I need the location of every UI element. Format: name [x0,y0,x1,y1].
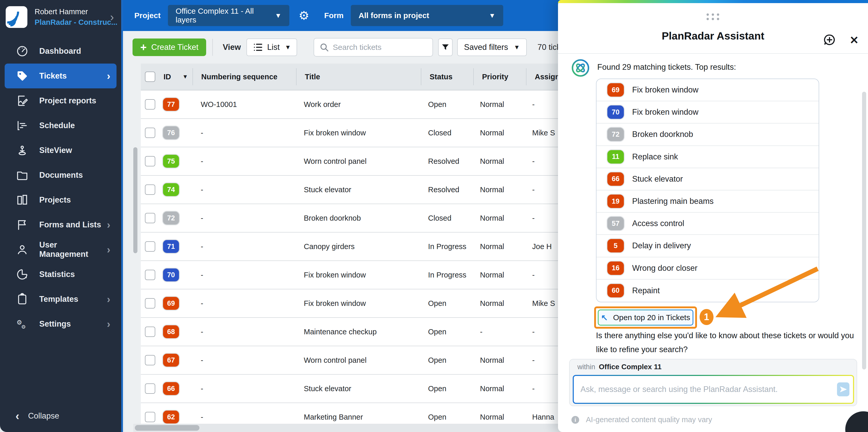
sidebar-item-schedule[interactable]: Schedule › [5,113,117,138]
row-checkbox[interactable] [145,327,155,337]
send-button[interactable] [837,382,849,396]
form-select[interactable]: All forms in project ▼ [351,5,503,26]
sidebar-item-project-reports[interactable]: Project reports › [5,88,117,113]
sidebar-item-label: Forms and Lists [39,220,101,229]
ticket-id-badge: 70 [163,269,179,281]
row-checkbox[interactable] [145,298,155,308]
planradar-logo [6,6,27,28]
row-checkbox[interactable] [145,241,155,252]
within-project-value: Office Complex 11 [599,363,661,371]
cell-status: In Progress [420,271,472,279]
assistant-prompt-input[interactable] [574,385,837,394]
annotation-highlight-box: ↖ Open top 20 in Tickets [594,306,697,329]
cell-title: Marketing Banner [296,413,420,422]
view-mode-select[interactable]: List ▼ [246,38,297,56]
assistant-scrollbar[interactable] [862,92,866,369]
open-top-20-label: Open top 20 in Tickets [613,313,690,322]
cell-title: Worn control panel [296,356,420,365]
cell-numbering: - [192,214,296,222]
scrollbar-thumb[interactable] [135,425,199,431]
result-title: Broken doorknob [632,130,693,139]
sidebar-collapse-button[interactable]: ‹ Collapse [0,410,121,432]
chevron-right-icon: › [107,219,110,231]
create-ticket-button[interactable]: + Create Ticket [132,38,206,56]
row-checkbox[interactable] [145,412,155,422]
table-vertical-scrollbar[interactable] [133,116,137,432]
cell-title: Broken doorknob [296,214,420,222]
user-texts: Robert Hammer PlanRadar - Construc... [35,7,110,27]
row-checkbox[interactable] [145,270,155,280]
column-priority[interactable]: Priority [474,72,526,81]
row-checkbox[interactable] [145,213,155,223]
row-checkbox[interactable] [145,156,155,166]
sidebar-item-tickets[interactable]: Tickets › [5,64,117,88]
close-panel-button[interactable]: ✕ [850,35,859,46]
sidebar-item-statistics[interactable]: Statistics › [5,262,117,287]
row-checkbox[interactable] [145,184,155,195]
assistant-result-row[interactable]: 69 Fix broken window [596,79,819,101]
row-checkbox[interactable] [145,128,155,138]
column-numbering[interactable]: Numbering sequence [193,72,296,81]
list-icon [253,42,263,53]
ticket-id-badge: 70 [607,105,624,119]
search-tickets-input[interactable] [333,43,432,52]
assistant-result-row[interactable]: 16 Wrong door closer [596,257,819,280]
assistant-result-row[interactable]: 57 Access control [596,213,819,235]
cell-priority: Normal [472,157,524,165]
funnel-icon [441,43,450,52]
sidebar-item-siteview[interactable]: SiteView › [5,138,117,163]
sidebar-item-forms-and-lists[interactable]: Forms and Lists › [5,212,117,237]
assistant-result-row[interactable]: 11 Replace sink [596,146,819,168]
sidebar-item-settings[interactable]: ⚙⚙ Settings › [5,312,117,336]
cell-numbering: WO-10001 [192,100,296,109]
assistant-input-card: within Office Complex 11 [569,359,857,406]
row-checkbox[interactable] [145,355,155,365]
assistant-footer: i AI-generated content quality may vary [571,415,712,424]
toolbar-divider [212,39,213,56]
column-status[interactable]: Status [421,72,473,81]
new-chat-button[interactable] [823,33,836,48]
gear-icon[interactable]: ⚙ [299,8,309,23]
row-checkbox[interactable] [145,99,155,110]
cell-priority: - [472,328,524,336]
assistant-result-row[interactable]: 70 Fix broken window [596,101,819,124]
cell-status: Open [420,413,472,422]
open-top-20-button[interactable]: ↖ Open top 20 in Tickets [598,310,693,326]
sidebar-item-user-management[interactable]: User Management › [5,237,117,262]
cell-status: Closed [420,129,472,137]
sidebar-item-label: SiteView [39,146,72,155]
assistant-result-row[interactable]: 72 Broken doorknob [596,124,819,146]
saved-filters-label: Saved filters [464,43,508,52]
account-switcher[interactable]: Robert Hammer PlanRadar - Construc... › [0,0,121,35]
view-label: View [223,43,241,52]
panel-drag-handle[interactable] [558,13,868,20]
cell-priority: Normal [472,186,524,194]
result-title: Replace sink [632,152,678,161]
assistant-result-row[interactable]: 5 Delay in delivery [596,235,819,257]
project-select[interactable]: Office Complex 11 - All layers ▼ [168,5,289,26]
ticket-id-badge: 72 [607,128,624,141]
sidebar-item-templates[interactable]: Templates › [5,287,117,312]
saved-filters-select[interactable]: Saved filters ▼ [457,38,526,56]
assistant-result-row[interactable]: 19 Plastering main beams [596,190,819,213]
sidebar-item-dashboard[interactable]: Dashboard › [5,39,117,64]
sidebar-item-documents[interactable]: Documents › [5,163,117,188]
assistant-result-row[interactable]: 60 Repaint [596,280,819,302]
cell-title: Fix broken window [296,299,420,308]
column-id[interactable]: ID ▼ [163,72,188,81]
cell-status: Open [420,356,472,365]
select-all-checkbox[interactable] [145,71,155,82]
scrollbar-thumb[interactable] [133,147,137,253]
sidebar-item-projects[interactable]: Projects › [5,188,117,212]
filter-button[interactable] [438,38,453,56]
row-checkbox[interactable] [145,383,155,394]
column-title[interactable]: Title [297,72,421,81]
cell-numbering: - [192,384,296,393]
cell-numbering: - [192,157,296,165]
user-name: Robert Hammer [35,7,110,16]
assistant-result-row[interactable]: 66 Stuck elevator [596,168,819,190]
chevron-right-icon: › [107,318,110,330]
cell-priority: Normal [472,271,524,279]
cell-title: Fix broken window [296,129,420,137]
cell-status: Open [420,100,472,109]
